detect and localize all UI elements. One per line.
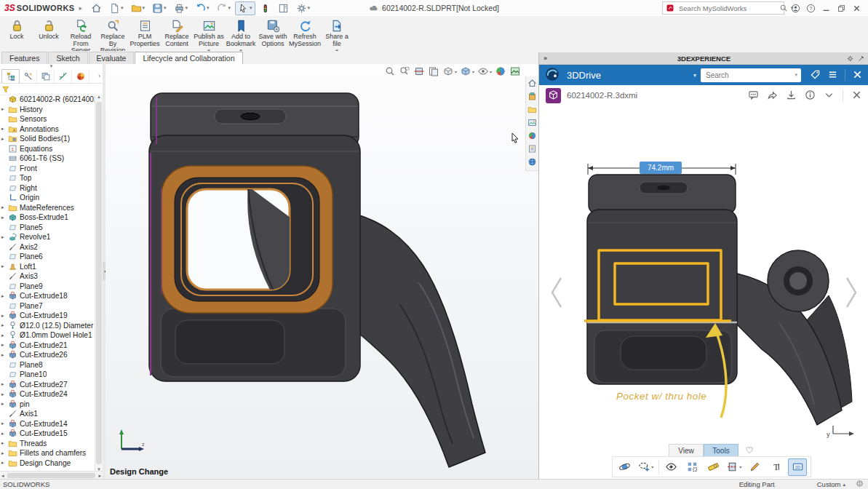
visibility-eye-button[interactable] (663, 459, 680, 475)
tree-item-origin[interactable]: Origin (0, 193, 95, 203)
tree-item-plane8[interactable]: Plane8 (0, 360, 95, 370)
dropdown-caret[interactable]: ▾ (250, 5, 252, 11)
redo-button[interactable]: ▾ (214, 1, 234, 15)
tree-item-cut-extrude21[interactable]: ▸Cut-Extrude21 (0, 341, 95, 351)
search-icon[interactable] (779, 4, 788, 12)
ribbon-button-replace-content[interactable]: Replace Content (162, 18, 192, 48)
task-pane-tab-appearances-ball[interactable] (527, 131, 537, 142)
tag-button[interactable] (810, 69, 821, 82)
close-button[interactable] (850, 4, 864, 13)
search-scope-caret[interactable]: ▾ (795, 72, 797, 78)
drive-search-box[interactable]: ▾ (701, 68, 801, 82)
appearances-ball-button[interactable] (495, 65, 506, 77)
ribbon-button-lock[interactable]: Lock (1, 18, 32, 41)
pane-tab-display-manager[interactable] (72, 70, 89, 83)
tree-item-top[interactable]: Top (0, 173, 95, 183)
dropdown-caret[interactable]: ▾ (164, 5, 167, 11)
units-selector[interactable]: Custom ▴ (817, 480, 845, 488)
zoom-fit-button[interactable] (384, 65, 396, 77)
expand-arrow-icon[interactable]: ▸ (1, 450, 8, 456)
tree-item-axis2[interactable]: Axis2 (0, 242, 95, 253)
task-pane-tab-design-library[interactable] (527, 92, 537, 103)
mysolidworks-search[interactable]: ▾ (662, 1, 784, 15)
expand-arrow-icon[interactable]: ▸ (1, 204, 8, 210)
text-note-button[interactable]: T (767, 459, 784, 475)
chevron-down-button[interactable] (824, 90, 835, 102)
expand-arrow-icon[interactable]: ▸ (1, 322, 8, 328)
measure-button[interactable] (704, 459, 722, 475)
print-button[interactable]: ▾ (171, 1, 191, 15)
tree-root-item[interactable]: 60214002-R (60214002) (0, 95, 95, 105)
new-document-button[interactable]: ▾ (106, 1, 127, 15)
expand-arrow-icon[interactable]: ▸ (1, 421, 8, 426)
tree-item-fillets-and-chamfers[interactable]: ▸Fillets and chamfers (0, 448, 95, 458)
dropdown-caret[interactable]: ▾ (186, 5, 188, 11)
expand-arrow-icon[interactable]: ▸ (1, 106, 8, 112)
tree-item-front[interactable]: Front (0, 164, 95, 174)
pane-tab-property-manager[interactable] (20, 70, 37, 83)
tree-item-cut-extrude19[interactable]: ▸Cut-Extrude19 (0, 311, 95, 321)
open-button[interactable]: ▾ (128, 1, 148, 15)
ribbon-button-replace-by-revision[interactable]: Replace By Revision (97, 18, 128, 55)
app-name-label[interactable]: 3DDrive (567, 70, 601, 81)
expand-arrow-icon[interactable]: ▸ (1, 126, 8, 132)
expand-arrow-icon[interactable]: ▸ (1, 460, 8, 466)
mysession-status-button[interactable] (257, 1, 274, 15)
tree-item-axis3[interactable]: Axis3 (0, 271, 95, 282)
tab-features[interactable]: Features (1, 52, 47, 64)
ribbon-button-refresh-mysession[interactable]: Refresh MySession (290, 18, 320, 48)
expand-arrow-icon[interactable]: ▸ (1, 401, 8, 407)
ribbon-button-save-with-options[interactable]: Save with Options (258, 18, 288, 48)
tree-item-6061-t6-ss[interactable]: 6061-T6 (SS) (0, 154, 95, 164)
minimize-button[interactable] (819, 4, 833, 13)
tree-item-axis1[interactable]: Axis1 (0, 409, 95, 419)
logo-flyout-caret[interactable]: ▸ (79, 4, 82, 12)
tree-item-revolve1[interactable]: ▸Revolve1 (0, 232, 95, 242)
expand-arrow-icon[interactable]: ▸ (1, 234, 8, 240)
tree-item-plane5[interactable]: Plane5 (0, 223, 95, 233)
close-panel-button[interactable] (852, 69, 863, 82)
globe-icon[interactable] (856, 480, 864, 488)
task-pane-tab-plm-properties[interactable] (527, 144, 537, 155)
tree-item-cut-extrude27[interactable]: ▸Cut-Extrude27 (0, 380, 95, 390)
tree-item-cut-extrude15[interactable]: ▸Cut-Extrude15 (0, 429, 95, 439)
ribbon-button-plm-properties[interactable]: PLM Properties (130, 18, 160, 48)
section-view-button[interactable] (413, 65, 425, 77)
task-pane-tab-3dx-globe[interactable] (527, 157, 537, 168)
task-pane-tab-picture[interactable] (527, 118, 537, 129)
tab-evaluate[interactable]: Evaluate (89, 52, 135, 64)
pane-tab-feature-manager[interactable] (1, 69, 20, 83)
tab-lifecycle-and-collaboration[interactable]: Lifecycle and Collaboration (135, 52, 242, 65)
dropdown-caret[interactable]: ▾ (143, 5, 146, 11)
gear-icon[interactable] (846, 55, 854, 63)
ribbon-button-reload-from-server[interactable]: Reload From Server (65, 18, 96, 55)
ribbon-button-add-to-bookmark[interactable]: Add to Bookmark▾ (226, 18, 256, 54)
pin-icon[interactable] (857, 55, 865, 63)
tree-item-design-change[interactable]: ▸Design Change (0, 458, 95, 469)
undo-button[interactable]: ▾ (192, 1, 212, 15)
drive-search-input[interactable] (704, 71, 792, 80)
tree-item-boss-extrude1[interactable]: ▸Boss-Extrude1 (0, 212, 95, 223)
dropdown-caret[interactable]: ▾ (308, 5, 311, 11)
tree-item-12-0-12-5-diameter-hole1[interactable]: ▸Ø12.0 (12.5) Diameter Hole1 (0, 321, 95, 331)
markup-pen-button[interactable] (746, 459, 764, 475)
expand-arrow-icon[interactable]: ▸ (1, 342, 8, 348)
dropdown-caret[interactable]: ▾ (472, 69, 474, 74)
dropdown-caret[interactable]: ▾ (207, 5, 210, 11)
expand-arrow-icon[interactable]: ▸ (1, 293, 8, 299)
tree-item-cut-extrude24[interactable]: ▸Cut-Extrude24 (0, 389, 95, 399)
zoom-area-button[interactable] (399, 65, 410, 77)
dropdown-caret[interactable]: ▾ (121, 5, 124, 11)
part-3d-model[interactable] (105, 64, 538, 470)
user-button[interactable] (789, 4, 803, 13)
tree-item-plane7[interactable]: Plane7 (0, 301, 95, 311)
select-cursor-button[interactable]: ▾ (235, 1, 255, 15)
close-gray-button[interactable] (851, 90, 862, 102)
tree-item-plane10[interactable]: Plane10 (0, 370, 95, 380)
scroll-thumb[interactable] (96, 102, 102, 464)
share-arrow-button[interactable] (767, 90, 778, 102)
tree-item-equations[interactable]: ΣEquations (0, 144, 95, 154)
nav-prev-chevron[interactable] (552, 278, 561, 307)
expand-arrow-icon[interactable]: ▸ (1, 381, 8, 387)
task-pane-tab-home[interactable] (527, 79, 537, 90)
